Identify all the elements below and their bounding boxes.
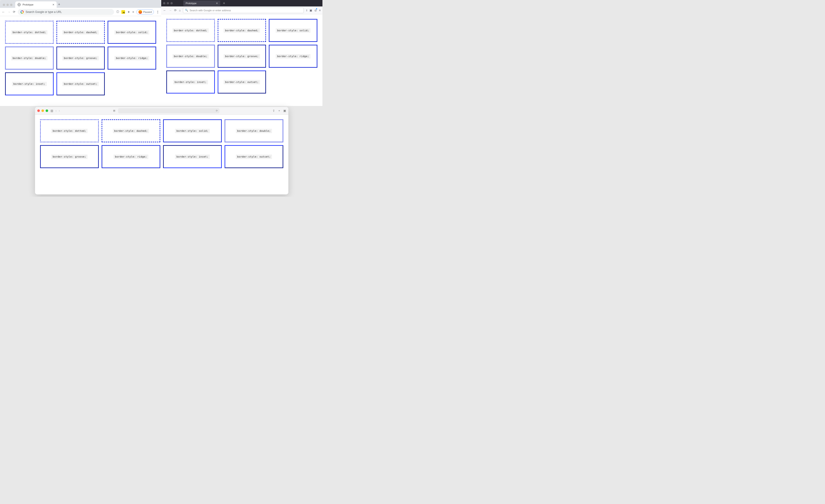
reading-list-icon[interactable]: ≡: [133, 10, 134, 14]
chrome-traffic-lights: [2, 4, 14, 8]
safari-urlbar[interactable]: ⟳: [118, 108, 220, 113]
back-button[interactable]: ←: [2, 10, 5, 14]
chrome-toolbar-icons: ⓘ JS ✦ ≡ Paused ⋮: [116, 9, 159, 14]
code-label: border-style: solid;: [115, 30, 149, 34]
code-label: border-style: groove;: [224, 54, 260, 59]
border-box-ridge: border-style: ridge;: [269, 45, 317, 68]
code-label: border-style: ridge;: [115, 56, 149, 60]
code-label: border-style: double;: [172, 54, 209, 59]
safari-window: ▥ ‹ › ⛨ ⟳ ⇪ + ▣ border-style: dotted; bo…: [35, 107, 288, 195]
firefox-window: Prototype × + ← → ⟳ ⌂ 🔍 Search with Goog…: [161, 0, 322, 106]
border-box-groove: border-style: groove;: [57, 47, 105, 70]
code-label: border-style: double;: [11, 56, 48, 60]
traffic-light-zoom[interactable]: [170, 2, 173, 4]
menu-icon[interactable]: ≡: [319, 9, 321, 12]
border-box-dotted: border-style: dotted;: [5, 21, 54, 44]
code-label: border-style: ridge;: [114, 155, 148, 159]
reload-button[interactable]: ⟳: [13, 10, 15, 14]
border-box-double: border-style: double;: [166, 45, 215, 68]
firefox-tab[interactable]: Prototype ×: [183, 0, 220, 6]
profile-chip[interactable]: Paused: [136, 9, 154, 14]
code-label: border-style: dashed;: [113, 129, 149, 133]
close-icon[interactable]: ×: [216, 1, 218, 5]
new-tab-icon[interactable]: +: [278, 109, 280, 113]
border-style-grid: border-style: dotted; border-style: dash…: [40, 119, 283, 168]
privacy-shield-icon[interactable]: ⛨: [113, 109, 116, 113]
safari-toolbar-icons: ⇪ + ▣: [273, 109, 286, 113]
code-label: border-style: groove;: [51, 155, 87, 159]
border-box-groove: border-style: groove;: [40, 145, 99, 168]
border-box-double: border-style: double;: [225, 119, 283, 142]
back-button[interactable]: ‹: [56, 109, 57, 113]
border-box-dashed: border-style: dashed;: [218, 19, 266, 42]
border-box-inset: border-style: inset;: [166, 70, 215, 93]
border-box-outset: border-style: outset;: [218, 70, 266, 93]
firefox-toolbar-icons: ⫴ ▣ ◎ ≡: [306, 9, 321, 12]
tabs-overview-icon[interactable]: ▣: [283, 109, 286, 113]
traffic-light-close[interactable]: [3, 4, 5, 6]
traffic-light-minimize[interactable]: [6, 4, 9, 6]
account-icon[interactable]: ◎: [314, 9, 317, 12]
border-box-outset: border-style: outset;: [225, 145, 283, 168]
traffic-light-minimize[interactable]: [167, 2, 169, 4]
chrome-tab[interactable]: Prototype ×: [15, 1, 57, 8]
safari-traffic-lights: [37, 110, 48, 112]
back-button[interactable]: ←: [163, 8, 166, 12]
code-label: border-style: inset;: [173, 80, 208, 84]
extensions-icon[interactable]: ✦: [127, 10, 130, 14]
border-box-double: border-style: double;: [5, 47, 54, 70]
traffic-light-close[interactable]: [37, 110, 40, 112]
traffic-light-minimize[interactable]: [42, 110, 44, 112]
library-icon[interactable]: ⫴: [306, 9, 307, 12]
border-box-groove: border-style: groove;: [218, 45, 266, 68]
menu-icon[interactable]: ⋮: [156, 10, 159, 14]
border-box-ridge: border-style: ridge;: [107, 47, 156, 70]
border-box-dotted: border-style: dotted;: [40, 119, 99, 142]
reload-icon[interactable]: ⟳: [216, 110, 218, 112]
close-icon[interactable]: ×: [53, 3, 54, 6]
border-box-solid: border-style: solid;: [163, 119, 222, 142]
border-style-grid: border-style: dotted; border-style: dash…: [166, 19, 317, 93]
sidebar-icon[interactable]: ▣: [310, 9, 312, 12]
safari-toolbar: ▥ ‹ › ⛨ ⟳ ⇪ + ▣: [35, 107, 288, 115]
info-icon[interactable]: ⓘ: [116, 10, 119, 14]
reload-button[interactable]: ⟳: [174, 8, 177, 12]
new-tab-button[interactable]: +: [58, 2, 60, 8]
border-box-inset: border-style: inset;: [5, 72, 54, 95]
safari-page-content: border-style: dotted; border-style: dash…: [35, 115, 288, 195]
forward-button[interactable]: →: [169, 8, 172, 12]
code-label: border-style: solid;: [276, 28, 310, 33]
firefox-traffic-lights: [163, 2, 182, 4]
border-box-inset: border-style: inset;: [163, 145, 222, 168]
code-label: border-style: groove;: [62, 56, 98, 60]
code-label: border-style: solid;: [175, 129, 210, 133]
code-label: border-style: outset;: [236, 155, 272, 159]
chrome-omnibox[interactable]: Search Google or type a URL: [18, 9, 114, 15]
chrome-toolbar: ← → ⟳ Search Google or type a URL ⓘ JS ✦…: [0, 8, 161, 16]
chrome-tab-title: Prototype: [22, 3, 33, 6]
new-tab-button[interactable]: +: [222, 1, 225, 5]
firefox-page-content: border-style: dotted; border-style: dash…: [161, 14, 322, 106]
forward-button[interactable]: →: [7, 10, 11, 14]
chrome-window: Prototype × + ← → ⟳ Search Google or typ…: [0, 0, 161, 106]
chrome-tabstrip: Prototype × +: [0, 0, 161, 8]
code-label: border-style: dotted;: [172, 28, 209, 33]
border-box-dashed: border-style: dashed;: [101, 119, 160, 142]
traffic-light-zoom[interactable]: [10, 4, 12, 6]
border-box-dashed: border-style: dashed;: [57, 21, 105, 44]
firefox-toolbar: ← → ⟳ ⌂ 🔍 Search with Google or enter ad…: [161, 6, 322, 14]
border-box-outset: border-style: outset;: [57, 72, 105, 95]
traffic-light-zoom[interactable]: [46, 110, 48, 112]
traffic-light-close[interactable]: [163, 2, 165, 4]
border-style-grid: border-style: dotted; border-style: dash…: [5, 21, 156, 95]
sidebar-icon[interactable]: ▥: [51, 109, 53, 113]
code-label: border-style: ridge;: [276, 54, 310, 59]
forward-button[interactable]: ›: [59, 109, 60, 113]
omnibox-placeholder: Search Google or type a URL: [25, 10, 62, 14]
border-box-ridge: border-style: ridge;: [101, 145, 160, 168]
share-icon[interactable]: ⇪: [273, 109, 275, 113]
home-button[interactable]: ⌂: [179, 9, 180, 12]
code-label: border-style: outset;: [224, 80, 260, 84]
js-extension-icon[interactable]: JS: [122, 10, 125, 14]
firefox-urlbar[interactable]: 🔍 Search with Google or enter address: [183, 8, 304, 13]
